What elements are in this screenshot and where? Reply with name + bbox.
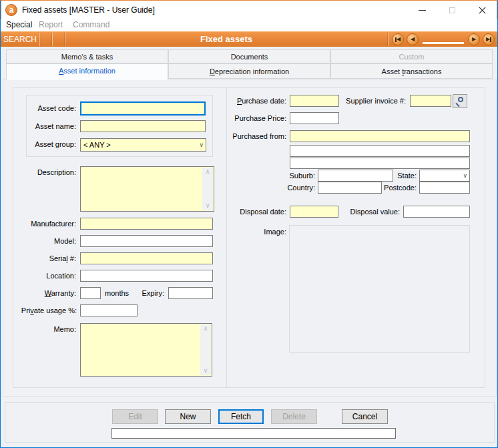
maximize-icon	[449, 7, 455, 13]
disposal-date-input[interactable]	[290, 206, 338, 218]
disposal-value-input[interactable]	[403, 206, 470, 218]
warranty-input[interactable]	[80, 287, 101, 299]
cancel-button[interactable]: Cancel	[342, 409, 388, 424]
purchase-date-input[interactable]	[290, 95, 339, 107]
chevron-down-icon: ∨	[463, 170, 467, 181]
expiry-input[interactable]	[168, 287, 213, 299]
tab-label: Memo's & tasks	[61, 53, 113, 61]
state-dropdown[interactable]: ∨	[419, 170, 470, 182]
title-bar: a Fixed assets [MASTER - User Guide]	[1, 1, 497, 19]
description-textarea[interactable]: ∧∨	[80, 166, 214, 212]
model-input[interactable]	[80, 235, 213, 247]
expiry-label: Expiry:	[142, 288, 164, 298]
scrollbar[interactable]: ∧∨	[200, 324, 211, 375]
tab-label: Custom	[399, 53, 425, 61]
tab-label: sset information	[63, 67, 115, 75]
tab-memos-tasks[interactable]: Memo's & tasks	[6, 49, 168, 63]
titlebar-border-right	[497, 1, 497, 19]
address-line1-input[interactable]	[290, 145, 470, 157]
menu-special[interactable]: Special	[6, 19, 32, 31]
purchase-price-input[interactable]	[290, 112, 339, 124]
tab-asset-transactions[interactable]: Asset transactions	[330, 63, 493, 79]
previous-record-icon: ◀	[411, 37, 415, 42]
last-record-button[interactable]: ▶	[483, 33, 495, 45]
asset-group-value: < ANY >	[83, 140, 111, 150]
disposal-date-label: Disposal date:	[240, 207, 286, 217]
column-divider	[226, 87, 227, 388]
close-button[interactable]	[467, 1, 497, 19]
description-label: Description:	[37, 168, 76, 178]
tab-label: Documents	[231, 53, 268, 61]
asset-code-input[interactable]	[80, 101, 206, 116]
supplier-invoice-input[interactable]	[410, 95, 451, 107]
toolbar-divider	[52, 33, 53, 46]
scroll-up-icon[interactable]: ∧	[206, 169, 210, 175]
asset-group-dropdown[interactable]: < ANY > ∨	[80, 138, 206, 152]
purchase-price-label: Purchase Price:	[234, 114, 286, 124]
app-icon: a	[5, 4, 17, 16]
scroll-up-icon[interactable]: ∧	[204, 326, 208, 332]
asset-group-label: Asset group:	[35, 140, 76, 150]
asset-name-input[interactable]	[80, 120, 206, 132]
next-record-button[interactable]: ▶	[468, 33, 480, 45]
fetch-button[interactable]: Fetch	[218, 409, 264, 424]
record-position-indicator	[423, 42, 464, 44]
disposal-value-label: Disposal value:	[350, 207, 400, 217]
toolbar-divider	[39, 33, 40, 46]
asset-code-label: Asset code:	[38, 103, 76, 114]
scroll-down-icon[interactable]: ∨	[206, 203, 210, 209]
location-input[interactable]	[80, 270, 213, 282]
model-label: Model:	[54, 236, 76, 246]
status-input[interactable]	[111, 428, 396, 439]
manufacturer-label: Manufacturer:	[31, 219, 76, 229]
private-usage-input[interactable]	[80, 304, 138, 316]
scrollbar[interactable]: ∧∨	[202, 168, 213, 210]
minimize-button[interactable]	[407, 1, 437, 19]
serial-label: Serial #:	[49, 254, 76, 264]
maximize-button[interactable]	[437, 1, 467, 19]
postcode-input[interactable]	[419, 182, 470, 194]
scroll-down-icon[interactable]: ∨	[204, 368, 208, 374]
supplier-lookup-button[interactable]	[453, 94, 467, 108]
state-label: State:	[397, 171, 417, 181]
postcode-label: Postcode:	[384, 183, 417, 193]
suburb-label: Suburb:	[289, 171, 315, 181]
purchased-from-label: Purchased from:	[232, 132, 286, 142]
suburb-input[interactable]	[318, 170, 393, 182]
first-record-button[interactable]: ◀	[392, 33, 404, 45]
menu-report[interactable]: Report	[39, 19, 63, 31]
main-toolbar: SEARCH Fixed assets ◀ ◀ ▶ ▶	[1, 31, 497, 47]
memo-label: Memo:	[53, 324, 76, 334]
toolbar-title: Fixed assets	[65, 32, 388, 47]
menu-command[interactable]: Command	[73, 19, 109, 31]
serial-input[interactable]	[80, 252, 213, 264]
tab-asset-information[interactable]: Asset information	[6, 63, 168, 80]
tab-custom: Custom	[330, 49, 493, 63]
purchased-from-input[interactable]	[290, 130, 470, 142]
tab-label: ransactions	[404, 67, 441, 75]
search-button[interactable]: SEARCH	[1, 32, 39, 47]
country-label: Country:	[287, 183, 315, 193]
location-label: Location:	[46, 271, 76, 281]
memo-textarea[interactable]: ∧∨	[80, 323, 212, 377]
manufacturer-input[interactable]	[80, 218, 213, 230]
close-icon	[478, 6, 487, 15]
first-record-icon: ◀	[397, 37, 401, 42]
country-input[interactable]	[318, 182, 382, 194]
chevron-down-icon: ∨	[199, 139, 204, 151]
tab-label: Asset	[382, 67, 403, 75]
application-window: a Fixed assets [MASTER - User Guide] Spe…	[0, 0, 498, 448]
delete-button: Delete	[271, 409, 317, 424]
tab-label: D	[210, 67, 215, 75]
asset-image-box	[289, 225, 470, 353]
last-record-icon	[490, 37, 491, 42]
minimize-icon	[419, 10, 426, 11]
new-button[interactable]: New	[165, 409, 211, 424]
previous-record-button[interactable]: ◀	[407, 33, 419, 45]
months-label: months	[105, 288, 129, 298]
menu-bar: Special Report Command	[1, 19, 497, 31]
address-line2-input[interactable]	[290, 158, 470, 169]
image-label: Image:	[264, 227, 286, 237]
tab-documents[interactable]: Documents	[168, 49, 330, 63]
tab-depreciation-information[interactable]: Depreciation information	[168, 63, 330, 79]
